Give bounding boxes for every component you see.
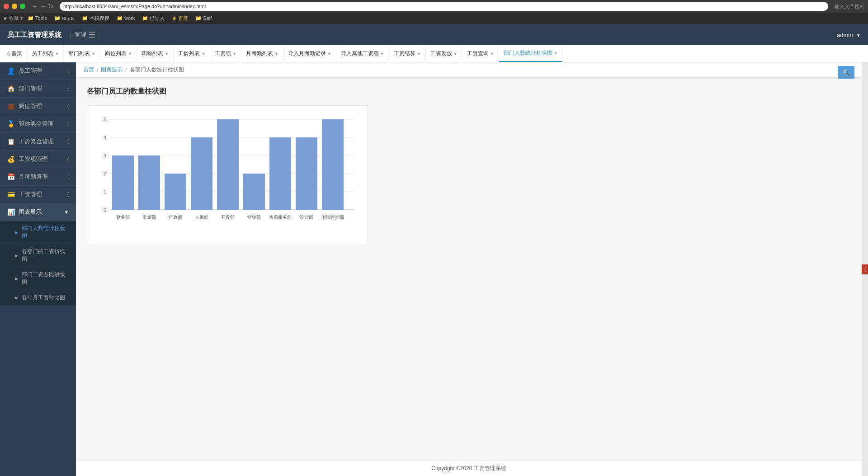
page-title: 各部门员工的数量柱状图 (87, 87, 851, 96)
bar-ceshi (322, 119, 344, 210)
user-dropdown-arrow: ▼ (856, 33, 861, 38)
svg-text:0: 0 (104, 207, 106, 212)
sidebar-item-seniority-bonus[interactable]: 📋 工龄奖金管理 〈 (0, 133, 76, 151)
menu-monthly-attendance[interactable]: 月考勤列表▼ (241, 45, 283, 62)
footer: Copyright ©2020 工资管理系统 (76, 461, 862, 476)
sidebar-item-salary-items[interactable]: 💰 工资项管理 〈 (0, 151, 76, 168)
menu-home[interactable]: ⌂ 首页 (2, 45, 27, 62)
breadcrumb: 首页 / 图表显示 / 各部门人数统计柱状图 (76, 62, 862, 78)
browser-minimize-btn[interactable] (12, 4, 17, 9)
menu-position-list[interactable]: 岗位列表▼ (100, 45, 137, 62)
department-icon: 🏠 (7, 85, 15, 92)
hamburger-menu[interactable]: ☰ (88, 30, 95, 40)
search-button[interactable]: 🔍 (838, 66, 854, 79)
bookmark-work[interactable]: 📁 work (114, 14, 137, 22)
sidebar-item-title-bonus[interactable]: 🏅 职称奖金管理 〈 (0, 115, 76, 133)
browser-maximize-btn[interactable] (20, 4, 25, 9)
menu-import-attendance[interactable]: 导入月考勤记录▼ (283, 45, 336, 62)
bookmarks-bar: ★ 收藏 ▾ 📁 Tools 📁 Study 📁 谷粉搜搜 📁 work 📁 已… (0, 13, 868, 24)
chevron-right-icon-6: 〈 (67, 156, 69, 162)
chevron-right-icon-2: 〈 (67, 86, 69, 91)
bookmark-baidu[interactable]: ★ 百度 (169, 14, 191, 23)
bar-chart-svg: 5 4 3 2 1 (92, 110, 363, 237)
svg-text:营销部: 营销部 (247, 215, 261, 220)
sidebar: 👤 员工管理 〈 🏠 部门管理 〈 💼 岗位管理 〈 🏅 职称奖金管理 〈 📋 (0, 62, 76, 476)
breadcrumb-sep-1: / (97, 67, 98, 73)
bar-caiwubu (112, 156, 134, 210)
back-btn[interactable]: ← (32, 3, 38, 10)
menu-salary-payment[interactable]: 工资发放▼ (426, 45, 462, 62)
salary-mgmt-icon: 💳 (7, 191, 15, 198)
bookmark-study[interactable]: 📁 Study (52, 14, 77, 22)
menu-salary-items[interactable]: 工资项▼ (210, 45, 241, 62)
position-icon: 💼 (7, 103, 15, 110)
app-wrapper: 员工工资管理系统 | 管理 ☰ admin ▼ ⌂ 首页 员工列表▼ 部门列表▼… (0, 24, 868, 476)
bookmark-tools[interactable]: 📁 Tools (25, 14, 50, 22)
sidebar-item-department[interactable]: 🏠 部门管理 〈 (0, 80, 76, 98)
sidebar-sub-dept-bar-chart[interactable]: ► 部门人数统计柱状图 (0, 221, 76, 244)
bookmark-gufensousou[interactable]: 📁 谷粉搜搜 (79, 14, 112, 23)
charts-icon: 📊 (7, 208, 15, 216)
menu-seniority-list[interactable]: 工龄列表▼ (174, 45, 210, 62)
menu-dept-list[interactable]: 部门列表▼ (64, 45, 100, 62)
svg-text:人事部: 人事部 (195, 215, 208, 220)
sidebar-item-salary-mgmt[interactable]: 💳 工资管理 〈 (0, 186, 76, 203)
svg-text:行政部: 行政部 (169, 215, 182, 220)
menu-title-list[interactable]: 职称列表▼ (137, 45, 174, 62)
right-tab[interactable]: 〈 (862, 264, 868, 274)
attendance-icon: 📅 (7, 173, 15, 180)
sub-arrow-icon-4: ► (14, 295, 19, 300)
sub-arrow-icon-2: ► (14, 253, 19, 258)
forward-btn[interactable]: → (40, 3, 46, 10)
bar-kaifa (217, 119, 239, 210)
bar-renshi (191, 137, 212, 210)
svg-text:4: 4 (104, 135, 106, 140)
right-sidebar: 〈 (862, 62, 868, 476)
menu-dept-chart[interactable]: 部门人数统计柱状图▼ (499, 45, 563, 62)
top-menu: ⌂ 首页 员工列表▼ 部门列表▼ 岗位列表▼ 职称列表▼ 工龄列表▼ 工资项▼ … (0, 45, 868, 62)
browser-nav: ← → ↻ (32, 3, 53, 10)
bar-shichang (138, 156, 160, 210)
reload-btn[interactable]: ↻ (48, 3, 53, 10)
home-icon: ⌂ (6, 50, 10, 57)
content-area: 首页 / 图表显示 / 各部门人数统计柱状图 🔍 各部门员工的数量柱状图 (76, 62, 862, 476)
chevron-right-icon-3: 〈 (67, 104, 69, 109)
breadcrumb-home[interactable]: 首页 (83, 66, 94, 74)
chevron-right-icon-5: 〈 (67, 139, 69, 144)
app-title: 员工工资管理系统 (7, 31, 61, 39)
sidebar-item-attendance[interactable]: 📅 月考勤管理 〈 (0, 168, 76, 186)
svg-text:1: 1 (104, 189, 106, 194)
svg-text:开发部: 开发部 (221, 215, 235, 220)
chevron-right-icon-8: 〈 (67, 192, 69, 197)
sidebar-item-position[interactable]: 💼 岗位管理 〈 (0, 98, 76, 115)
address-bar[interactable]: http://localhost:8084/ssm_esms/toPage.do… (60, 2, 828, 11)
sidebar-sub-dept-pie-chart[interactable]: ► 部门工资占比饼状图 (0, 267, 76, 290)
nav-user[interactable]: admin ▼ (837, 32, 861, 38)
sidebar-item-charts[interactable]: 📊 图表显示 ▼ (0, 203, 76, 221)
chevron-right-icon-4: 〈 (67, 121, 69, 127)
employee-icon: 👤 (7, 67, 15, 75)
bookmarks-label: ★ 收藏 ▾ (3, 15, 23, 22)
browser-chrome: ← → ↻ http://localhost:8084/ssm_esms/toP… (0, 0, 868, 13)
sidebar-sub-dept-line-chart[interactable]: ► 各部门的工资折线图 (0, 244, 76, 267)
search-btn-area: 🔍 (838, 66, 854, 79)
title-bonus-icon: 🏅 (7, 120, 15, 127)
browser-close-btn[interactable] (4, 4, 9, 9)
breadcrumb-sep-2: / (125, 67, 127, 73)
bookmark-self[interactable]: 📁 Self (193, 14, 214, 22)
url-text: http://localhost:8084/ssm_esms/toPage.do… (63, 4, 206, 9)
menu-employee-list[interactable]: 员工列表▼ (27, 45, 64, 62)
sidebar-item-employee[interactable]: 👤 员工管理 〈 (0, 62, 76, 80)
sub-arrow-icon: ► (14, 230, 19, 235)
bar-sheji (296, 137, 317, 210)
bar-shouhou (269, 137, 291, 210)
breadcrumb-parent[interactable]: 图表显示 (101, 66, 123, 74)
menu-salary-settlement[interactable]: 工资结算▼ (389, 45, 426, 62)
svg-text:测试维护部: 测试维护部 (321, 215, 344, 220)
svg-text:设计部: 设计部 (300, 215, 313, 220)
menu-import-other-salary[interactable]: 导入其他工资项▼ (336, 45, 389, 62)
chart-container: 5 4 3 2 1 (87, 105, 368, 243)
bookmark-imported[interactable]: 📁 已导入 (139, 14, 167, 23)
sidebar-sub-monthly-compare[interactable]: ► 各年月工资对比图 (0, 290, 76, 306)
menu-salary-query[interactable]: 工资查询▼ (462, 45, 499, 62)
